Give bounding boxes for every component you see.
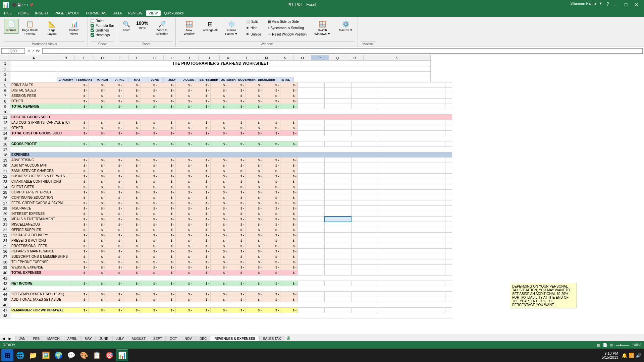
data-cell-37-0[interactable]: $ - [71,254,88,259]
data-cell-44-6[interactable]: $ - [175,292,193,297]
data-cell-16-4[interactable]: $ - [141,141,158,147]
row-label-9[interactable]: TOTAL REVENUE [10,104,71,109]
data-cell-22-5[interactable]: $ - [158,174,175,179]
data-cell-40-4[interactable]: $ - [141,270,158,276]
data-cell-22-4[interactable]: $ - [141,174,158,179]
col-header-f[interactable]: F [128,55,146,61]
data-cell-47-8[interactable]: $ - [210,308,228,313]
data-cell-28-10[interactable]: $ - [245,206,263,211]
data-cell-45-12[interactable]: $ - [280,297,298,302]
data-cell-29-9[interactable]: $ - [228,211,245,217]
data-cell-21-10[interactable]: $ - [245,168,263,174]
data-cell-29-0[interactable]: $ - [71,211,88,217]
data-cell-26-2[interactable]: $ - [106,195,123,200]
row-label-17[interactable] [10,147,71,152]
freeze-panes-button[interactable]: ❄️ Freeze Panes ▼ [221,19,242,38]
data-cell-40-3[interactable]: $ - [123,270,141,276]
data-cell-45-3[interactable]: $ - [123,297,141,302]
data-cell-25-10[interactable]: $ - [245,190,263,195]
gridlines-check[interactable] [91,28,94,32]
data-cell-20-0[interactable]: $ - [71,163,88,168]
data-cell-35-8[interactable]: $ - [210,243,228,249]
data-cell-24-4[interactable]: $ - [141,184,158,190]
data-cell-33-7[interactable]: $ - [193,233,210,238]
data-cell-23-10[interactable]: $ - [245,179,263,184]
data-cell-47-9[interactable]: $ - [228,308,245,313]
row-label-23[interactable]: CHARITABLE CONTRIBUTIONS [10,179,71,184]
data-cell-22-9[interactable]: $ - [228,174,245,179]
data-cell-39-12[interactable]: $ - [280,265,298,270]
minimize-button[interactable]: — [610,1,620,8]
data-cell-20-1[interactable]: $ - [88,163,106,168]
data-cell-19-10[interactable]: $ - [245,158,263,163]
data-cell-42-7[interactable]: $ - [193,281,210,286]
data-cell-30-8[interactable]: $ - [210,217,228,222]
data-cell-42-6[interactable]: $ - [175,281,193,286]
row-label-30[interactable]: MEALS & ENTERTAINMENT [10,217,71,222]
data-cell-47-10[interactable]: $ - [245,308,263,313]
data-cell-28-3[interactable]: $ - [123,206,141,211]
row-label-27[interactable]: FEES- CREDIT CARDS & PAYPAL [10,200,71,206]
data-cell-31-5[interactable]: $ - [158,222,175,227]
data-cell-33-1[interactable]: $ - [88,233,106,238]
data-cell-34-10[interactable]: $ - [245,238,263,243]
data-cell-37-9[interactable]: $ - [228,254,245,259]
data-cell-26-3[interactable]: $ - [123,195,141,200]
data-cell-44-10[interactable]: $ - [245,292,263,297]
row-label-8[interactable]: OTHER [10,99,71,104]
data-cell-16-6[interactable]: $ - [175,141,193,147]
data-cell-42-2[interactable]: $ - [106,281,123,286]
data-cell-6-6[interactable]: $ - [175,88,193,93]
row-label-15[interactable] [10,136,71,141]
data-cell-24-1[interactable]: $ - [88,184,106,190]
row-label-21[interactable]: BANK SERVICE CHARGES [10,168,71,174]
data-cell-39-9[interactable]: $ - [228,265,245,270]
col-header-m[interactable]: M [257,55,276,61]
data-cell-8-7[interactable]: $ - [193,99,210,104]
data-cell-44-9[interactable]: $ - [228,292,245,297]
data-cell-44-8[interactable]: $ - [210,292,228,297]
data-cell-38-9[interactable]: $ - [228,259,245,265]
data-cell-24-3[interactable]: $ - [123,184,141,190]
data-cell-5-10[interactable]: $ - [245,82,263,88]
data-cell-30-10[interactable]: $ - [245,217,263,222]
row-label-25[interactable]: COMPUTER & INTERNET [10,190,71,195]
data-cell-38-5[interactable]: $ - [158,259,175,265]
data-cell-47-2[interactable]: $ - [106,308,123,313]
data-cell-14-12[interactable]: $ - [280,131,298,136]
data-cell-9-12[interactable]: $ - [280,104,298,109]
row-label-7[interactable]: SESSION FEES [10,93,71,99]
data-cell-31-3[interactable]: $ - [123,222,141,227]
col-header-l[interactable]: L [237,55,257,61]
tab-oct[interactable]: OCT [166,336,180,341]
data-cell-37-5[interactable]: $ - [158,254,175,259]
data-cell-27-3[interactable]: $ - [123,200,141,206]
menu-file[interactable]: FILE [1,10,14,16]
data-cell-36-11[interactable]: $ - [263,249,280,254]
data-cell-45-10[interactable]: $ - [245,297,263,302]
data-cell-22-7[interactable]: $ - [193,174,210,179]
menu-home[interactable]: HOME [15,10,32,16]
row-label-44[interactable]: SELF-EMPLOYMENT TAX (15.3%) [10,292,71,297]
tab-june[interactable]: JUNE [96,336,112,341]
data-cell-14-8[interactable]: $ - [210,131,228,136]
data-cell-37-4[interactable]: $ - [141,254,158,259]
row-label-47[interactable]: REMAINDER FOR WITHDRAWAL [10,308,71,313]
data-cell-8-3[interactable]: $ - [123,99,141,104]
data-cell-6-7[interactable]: $ - [193,88,210,93]
data-cell-12-7[interactable]: $ - [193,120,210,125]
data-cell-34-0[interactable]: $ - [71,238,88,243]
data-cell-34-11[interactable]: $ - [263,238,280,243]
data-cell-38-0[interactable]: $ - [71,259,88,265]
view-normal-icon[interactable]: ▦ [597,343,600,347]
data-cell-45-6[interactable]: $ - [175,297,193,302]
data-cell-8-11[interactable]: $ - [263,99,280,104]
data-cell-37-1[interactable]: $ - [88,254,106,259]
data-cell-31-0[interactable]: $ - [71,222,88,227]
data-cell-45-11[interactable]: $ - [263,297,280,302]
zoom-button[interactable]: 🔍 Zoom [120,19,133,34]
data-cell-7-11[interactable]: $ - [263,93,280,99]
data-cell-21-2[interactable]: $ - [106,168,123,174]
data-cell-24-8[interactable]: $ - [210,184,228,190]
menu-insert[interactable]: INSERT [32,10,51,16]
